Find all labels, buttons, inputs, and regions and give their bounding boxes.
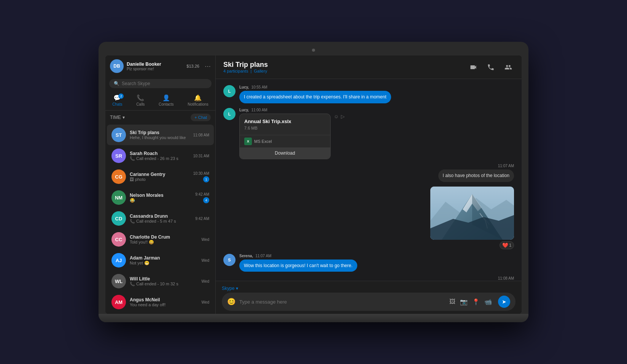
list-item[interactable]: CC Charlotte De Crum Told you!! 😄 Wed [107,229,214,250]
send-button[interactable]: ➤ [498,296,510,308]
new-chat-button[interactable]: + Chat [191,114,211,121]
avatar: SR [111,149,126,163]
unread-badge: 4 [203,197,209,203]
message-group: 11:07 AM I also have photos of the locat… [223,164,514,182]
chat-name: Angus McNeil [130,297,198,302]
avatar: CD [111,211,126,226]
chat-subtitle: 4 participants | Gallery [223,69,468,73]
chat-info: Will Little 📞 Call ended - 10 m 32 s [130,276,198,286]
msg-time: 11:07 AM [498,164,514,168]
chat-name: Ski Trip plans [130,130,189,135]
profile-info: Danielle Booker Plz sponsor me! [127,62,183,71]
forward-icon[interactable]: ▷ [341,114,345,119]
chat-preview: Told you!! 😄 [130,240,198,245]
message-input-row: 😊 🖼 📷 📍 📹 ➤ [222,293,516,311]
msg-meta: Lucy, 10:55 AM [239,85,391,89]
camera-button[interactable]: 📷 [460,298,468,305]
emoji-react-icon[interactable]: ☺ [334,114,339,119]
tab-chats[interactable]: 💬 2 Chats [108,93,126,108]
msg-content: Lucy, 10:55 AM I created a spreadsheet a… [239,85,391,103]
profile-credits: $13.26 [186,64,199,68]
unread-badge: 1 [203,176,209,182]
download-button[interactable]: Download [240,147,330,159]
chat-info: Nelson Morales 😂 [130,193,191,203]
msg-content: Serena, 11:07 AM Wow this location is go… [239,254,357,272]
chat-list: ST Ski Trip plans Hehe, I thought you wo… [105,124,215,314]
chat-preview: 😂 [130,198,191,203]
tab-contacts[interactable]: 👤 Contacts [155,93,177,108]
tab-notifications[interactable]: 🔔 Notifications [184,93,212,108]
input-actions: 🖼 📷 📍 📹 [449,298,492,305]
list-item[interactable]: CG Carianne Gentry 🖼 photo 10:30 AM 1 [107,166,214,187]
contacts-icon: 👤 [162,94,170,101]
list-item[interactable]: SR Sarah Roach 📞 Call ended - 26 m 23 s … [107,146,214,166]
list-item[interactable]: WL Will Little 📞 Call ended - 10 m 32 s … [107,271,214,291]
msg-right-content: 11:08 AM Hehe, I thought you would like … [439,276,514,281]
photo-attachment[interactable] [430,187,514,240]
chat-preview: 🖼 photo [130,177,189,182]
chat-time: Wed [202,258,209,263]
chat-title-area: Ski Trip plans 4 participants | Gallery [223,61,468,73]
laptop-base [99,314,528,322]
emoji-button[interactable]: 😊 [227,298,236,306]
chevron-down-icon: ▾ [123,115,125,120]
location-button[interactable]: 📍 [472,298,480,305]
file-type-label: MS Excel [254,139,272,144]
avatar: L [223,85,236,97]
chat-header: Ski Trip plans 4 participants | Gallery [216,55,522,79]
chat-name: Nelson Morales [130,193,191,198]
time-filter[interactable]: TIME ▾ [110,115,125,120]
profile-name: Danielle Booker [127,62,183,67]
chat-info: Ski Trip plans Hehe, I thought you would… [130,130,189,140]
phone-call-button[interactable] [485,62,497,73]
sender-name: Lucy, [239,85,249,89]
chat-name: Will Little [130,276,198,282]
list-item[interactable]: MP MJ Price Teehee! Tue [107,313,214,314]
message-group: 11:08 AM Hehe, I thought you would like … [223,276,514,281]
gallery-link[interactable]: Gallery [254,69,267,73]
chat-info: Carianne Gentry 🖼 photo [130,172,189,182]
nav-tabs: 💬 2 Chats 📞 Calls 👤 Contacts 🔔 Notificat… [105,90,215,111]
chat-info: Angus McNeil You need a day off! [130,297,198,307]
msg-time: 11:07 AM [255,254,271,258]
image-button[interactable]: 🖼 [449,298,455,305]
search-icon: 🔍 [114,81,119,86]
main-chat: Ski Trip plans 4 participants | Gallery [216,55,522,314]
chat-name: Cassandra Drunn [130,214,191,219]
file-name: Annual Ski Trip.xslx [244,119,326,124]
list-item[interactable]: NM Nelson Morales 😂 9:42 AM 4 [107,187,214,208]
list-item[interactable]: ST Ski Trip plans Hehe, I thought you wo… [107,125,214,145]
chat-time: 9:42 AM [195,217,209,221]
video-call-button[interactable] [468,62,479,73]
list-item[interactable]: AJ Adam Jarman Not yet 😬 Wed [107,250,214,271]
video-button[interactable]: 📹 [484,298,492,305]
msg-time: 11:00 AM [251,108,267,112]
message-input[interactable] [239,299,446,305]
avatar: NM [111,190,126,205]
list-item[interactable]: CD Cassandra Drunn 📞 Call ended - 5 m 47… [107,208,214,229]
tab-calls[interactable]: 📞 Calls [132,93,148,108]
search-bar: 🔍 [109,79,212,88]
add-people-button[interactable] [503,62,514,73]
notifications-icon: 🔔 [194,94,202,101]
avatar: AM [111,295,126,309]
search-input[interactable] [122,81,207,86]
more-button[interactable]: ⋯ [205,63,211,70]
message-bubble: I also have photos of the location [438,169,514,182]
avatar: WL [111,274,126,288]
skype-label-row[interactable]: Skype ▾ [222,284,516,293]
message-group: S Serena, 11:07 AM Wow this location is … [223,254,514,272]
reaction-button[interactable]: ❤️ 1 [500,241,514,249]
msg-time: 11:08 AM [498,276,514,280]
participants-label: 4 participants [223,69,248,73]
list-item[interactable]: AM Angus McNeil You need a day off! Wed [107,292,214,312]
reaction-count: 1 [509,243,511,247]
avatar: CC [111,232,126,247]
file-attachment: Annual Ski Trip.xslx 7.6 MB X MS Excel D… [239,114,331,159]
avatar: DB [110,59,124,73]
chat-preview: 📞 Call ended - 26 m 23 s [130,156,189,161]
chat-list-header: TIME ▾ + Chat [105,111,215,124]
chat-name: Carianne Gentry [130,172,189,177]
msg-right-content: 11:07 AM I also have photos of the locat… [438,164,514,182]
message-group: ❤️ 1 [223,187,514,249]
